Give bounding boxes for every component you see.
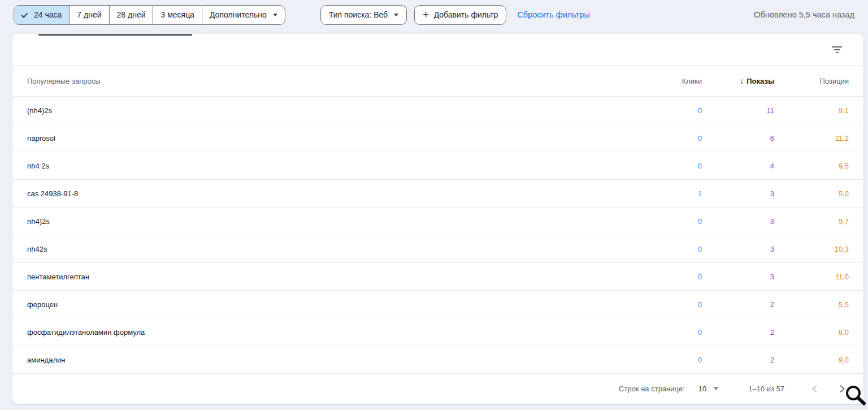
table-body: (nh4)2s 0 11 9,1 naprosol 0 6 11,2 nh4 2…	[12, 97, 863, 374]
clicks-cell: 0	[634, 273, 702, 281]
table-row[interactable]: (nh4)2s 0 11 9,1	[12, 97, 863, 124]
table-row[interactable]: nh4 2s 0 4 9,5	[12, 152, 863, 180]
rows-per-page-label: Строк на странице:	[619, 385, 685, 393]
query-cell: аминдалин	[27, 356, 634, 364]
query-cell: пентаметилгептан	[27, 273, 634, 281]
date-filter-label: 24 часа	[34, 10, 62, 19]
table-toolbar	[12, 34, 863, 66]
table-row[interactable]: naprosol 0 6 11,2	[12, 124, 863, 152]
clicks-cell: 0	[634, 162, 702, 170]
position-cell: 11,2	[774, 134, 849, 143]
clicks-cell: 0	[634, 106, 702, 115]
position-cell: 9,1	[774, 106, 849, 115]
column-header-impressions[interactable]: ↓Показы	[702, 76, 774, 85]
updated-timestamp: Обновлено 5,5 часа назад	[754, 10, 854, 19]
plus-icon: +	[423, 10, 429, 20]
query-cell: фероцен	[27, 300, 634, 309]
clicks-cell: 0	[634, 134, 702, 143]
chevron-down-icon	[273, 14, 277, 16]
position-cell: 9,5	[774, 162, 849, 170]
rows-per-page-dropdown-icon[interactable]	[713, 387, 719, 390]
previous-page-button[interactable]	[811, 385, 818, 393]
query-cell: naprosol	[27, 134, 634, 143]
query-cell: фосфатидилэтаноламин формула	[27, 328, 634, 336]
query-cell: (nh4)2s	[27, 106, 634, 115]
date-filter-label: 3 месяца	[160, 10, 194, 19]
position-cell: 10,3	[774, 245, 849, 253]
query-cell: cas 24938-91-8	[27, 189, 634, 198]
clicks-cell: 0	[634, 356, 702, 364]
table-row[interactable]: фероцен 0 2 5,5	[12, 291, 863, 318]
impressions-cell: 2	[702, 356, 774, 364]
table-row[interactable]: cas 24938-91-8 1 3 5,0	[12, 180, 863, 208]
position-cell: 11,0	[774, 273, 849, 281]
clicks-cell: 0	[634, 245, 702, 253]
date-filter-label: Дополнительно	[210, 10, 267, 19]
pagination-bar: Строк на странице: 10 1–10 из 57	[12, 374, 863, 403]
impressions-cell: 3	[702, 273, 774, 281]
search-type-label: Тип поиска: Веб	[329, 10, 388, 19]
filters-toolbar: 24 часа 7 дней 28 дней 3 месяца Дополнит…	[14, 5, 854, 25]
position-cell: 5,0	[774, 189, 849, 198]
query-cell: nh4)2s	[27, 217, 634, 226]
rows-per-page-value[interactable]: 10	[698, 385, 706, 393]
clicks-cell: 0	[634, 217, 702, 226]
reset-filters-link[interactable]: Сбросить фильтры	[517, 10, 590, 19]
chevron-down-icon	[394, 14, 398, 16]
impressions-cell: 2	[702, 328, 774, 336]
sort-descending-icon: ↓	[740, 76, 744, 85]
position-cell: 8,0	[774, 328, 849, 336]
position-cell: 9,0	[774, 356, 849, 364]
impressions-cell: 3	[702, 189, 774, 198]
add-filter-button[interactable]: + Добавить фильтр	[414, 5, 506, 25]
selected-tab-indicator	[38, 34, 192, 36]
column-header-position[interactable]: Позиция	[774, 77, 849, 85]
column-header-queries[interactable]: Популярные запросы	[27, 77, 634, 85]
check-icon	[20, 11, 29, 19]
column-header-clicks[interactable]: Клики	[634, 77, 702, 85]
table-header-row: Популярные запросы Клики ↓Показы Позиция	[12, 66, 863, 97]
impressions-cell: 4	[702, 162, 774, 170]
impressions-cell: 3	[702, 217, 774, 226]
impressions-cell: 6	[702, 134, 774, 143]
column-header-impressions-label: Показы	[747, 77, 774, 85]
filter-list-icon[interactable]	[828, 43, 845, 57]
queries-table-card: Популярные запросы Клики ↓Показы Позиция…	[12, 34, 863, 404]
next-page-button[interactable]	[839, 385, 845, 393]
position-cell: 5,5	[774, 300, 849, 309]
date-filter-label: 7 дней	[77, 10, 101, 19]
date-filter-24h[interactable]: 24 часа	[14, 6, 69, 24]
add-filter-label: Добавить фильтр	[434, 10, 498, 19]
clicks-cell: 0	[634, 328, 702, 336]
table-row[interactable]: пентаметилгептан 0 3 11,0	[12, 263, 863, 291]
table-row[interactable]: фосфатидилэтаноламин формула 0 2 8,0	[12, 318, 863, 346]
impressions-cell: 3	[702, 245, 774, 253]
clicks-cell: 0	[634, 300, 702, 309]
table-row[interactable]: nh42s 0 3 10,3	[12, 235, 863, 263]
query-cell: nh4 2s	[27, 162, 634, 170]
date-filter-more[interactable]: Дополнительно	[202, 6, 285, 24]
query-cell: nh42s	[27, 245, 634, 253]
table-row[interactable]: аминдалин 0 2 9,0	[12, 346, 863, 374]
position-cell: 9,7	[774, 217, 849, 226]
date-filter-7d[interactable]: 7 дней	[69, 6, 108, 24]
date-filter-3m[interactable]: 3 месяца	[153, 6, 201, 24]
clicks-cell: 1	[634, 189, 702, 198]
impressions-cell: 2	[702, 300, 774, 309]
date-range-segmented-control: 24 часа 7 дней 28 дней 3 месяца Дополнит…	[14, 5, 285, 25]
date-filter-label: 28 дней	[117, 10, 146, 19]
impressions-cell: 11	[702, 106, 774, 115]
search-type-chip[interactable]: Тип поиска: Веб	[320, 5, 407, 25]
table-row[interactable]: nh4)2s 0 3 9,7	[12, 208, 863, 235]
date-filter-28d[interactable]: 28 дней	[109, 6, 153, 24]
pagination-range: 1–10 из 57	[748, 385, 784, 393]
